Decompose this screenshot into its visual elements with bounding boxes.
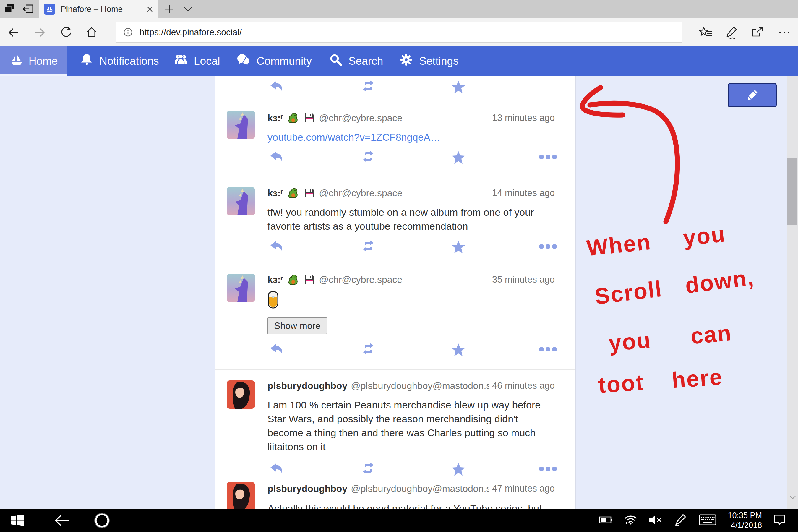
nav-tab-notifications[interactable]: Notifications	[80, 46, 159, 76]
close-tab-icon[interactable]	[146, 6, 153, 13]
back-icon[interactable]	[6, 25, 21, 40]
avatar[interactable]	[227, 111, 255, 139]
account-handle[interactable]: @chr@cybre.space	[319, 188, 402, 198]
boost-icon[interactable]	[361, 343, 375, 355]
account-handle[interactable]: @chr@cybre.space	[319, 113, 402, 124]
display-name[interactable]: kз:ʳ	[267, 113, 283, 124]
windows-start-icon[interactable]	[8, 509, 26, 532]
floppy-disk-emoji	[304, 113, 315, 123]
gear-icon	[399, 53, 413, 70]
display-name[interactable]: plsburydoughboy	[267, 380, 347, 391]
page-content: kз:ʳ @chr@cybre.space 13 minutes ago you…	[0, 76, 798, 509]
wifi-icon[interactable]	[624, 515, 637, 526]
touch-keyboard-icon[interactable]	[699, 514, 717, 527]
reply-icon[interactable]	[270, 343, 284, 356]
browser-tab[interactable]: Pinafore – Home	[39, 0, 157, 18]
timestamp[interactable]: 14 minutes ago	[492, 188, 555, 198]
svg-text:Scroll down,: Scroll down,	[593, 265, 756, 309]
favorite-star-icon[interactable]	[451, 80, 466, 94]
toot-body: Actually this would be good material for…	[267, 501, 555, 509]
tab-list-chevron-icon[interactable]	[183, 6, 193, 14]
timestamp[interactable]: 35 minutes ago	[492, 274, 555, 285]
magnifier-icon	[329, 53, 343, 69]
nav-label: Home	[28, 55, 58, 68]
new-tab-icon[interactable]	[164, 4, 174, 15]
show-more-button[interactable]: Show more	[267, 318, 327, 334]
avatar[interactable]	[227, 274, 255, 302]
nav-tab-home[interactable]: Home	[0, 46, 68, 76]
nav-tab-local[interactable]: Local	[174, 46, 220, 76]
avatar[interactable]	[227, 482, 255, 509]
tabs-set-aside-icon[interactable]	[3, 3, 17, 15]
scrollbar-thumb[interactable]	[787, 158, 797, 225]
pencil-icon	[745, 88, 759, 102]
share-icon[interactable]	[751, 25, 765, 40]
display-name[interactable]: kз:ʳ	[267, 188, 283, 198]
battery-icon[interactable]	[600, 516, 613, 525]
dragon-emoji	[287, 187, 299, 198]
account-handle[interactable]: @plsburydoughboy@mastodon.s…	[351, 380, 489, 391]
favorite-star-icon[interactable]	[451, 240, 466, 254]
toot-body: tfw! you randomly stumble on a new album…	[267, 205, 551, 233]
nav-tab-community[interactable]: Community	[236, 46, 312, 76]
display-name[interactable]: kз:ʳ	[267, 274, 283, 285]
info-icon[interactable]	[123, 27, 133, 37]
timestamp[interactable]: 46 minutes ago	[492, 380, 555, 391]
browser-toolbar: https://dev.pinafore.social/	[0, 18, 798, 46]
nav-tab-search[interactable]: Search	[329, 46, 383, 76]
avatar[interactable]	[227, 187, 255, 215]
pen-icon[interactable]	[674, 513, 687, 528]
red-arrow	[583, 88, 678, 222]
url-bar[interactable]: https://dev.pinafore.social/	[116, 22, 682, 42]
ellipsis-icon[interactable]	[539, 154, 558, 160]
windows-taskbar: 10:35 PM 4/1/2018	[0, 509, 798, 532]
ellipsis-icon[interactable]	[539, 244, 558, 250]
more-icon[interactable]	[777, 25, 792, 40]
url-text[interactable]: https://dev.pinafore.social/	[139, 27, 242, 37]
home-icon[interactable]	[84, 25, 99, 40]
red-handwriting: When you Scroll down, you can toot here	[586, 221, 756, 398]
dragon-emoji	[287, 274, 299, 285]
avatar[interactable]	[227, 380, 255, 409]
scrollbar[interactable]	[787, 76, 798, 509]
back-arrow-icon[interactable]	[50, 509, 74, 532]
reply-icon[interactable]	[270, 240, 284, 253]
favorite-star-icon[interactable]	[451, 343, 466, 357]
boost-icon[interactable]	[361, 240, 375, 252]
hub-favorites-icon[interactable]	[699, 25, 713, 40]
ellipsis-icon[interactable]	[539, 347, 558, 353]
reply-icon[interactable]	[270, 80, 284, 93]
cortana-icon[interactable]	[92, 509, 112, 532]
set-tabs-aside-icon[interactable]	[21, 3, 35, 15]
nav-label: Notifications	[99, 55, 159, 68]
action-center-icon[interactable]	[773, 514, 786, 527]
display-name[interactable]: plsburydoughboy	[267, 483, 347, 494]
scrollbar-down-chevron-icon[interactable]	[789, 495, 796, 501]
sailboat-icon	[10, 53, 24, 70]
tab-title: Pinafore – Home	[61, 4, 142, 14]
compose-toot-button[interactable]	[728, 83, 777, 107]
account-handle[interactable]: @plsburydoughboy@mastodon.s…	[351, 483, 489, 494]
forward-icon[interactable]	[33, 25, 47, 40]
account-handle[interactable]: @chr@cybre.space	[319, 274, 402, 285]
speaker-muted-icon[interactable]	[648, 514, 663, 527]
timestamp[interactable]: 47 minutes ago	[492, 483, 555, 494]
refresh-icon[interactable]	[59, 25, 73, 40]
boost-icon[interactable]	[361, 80, 375, 92]
post: plsburydoughboy @plsburydoughboy@mastodo…	[215, 472, 575, 509]
timestamp[interactable]: 13 minutes ago	[492, 113, 555, 123]
clock[interactable]: 10:35 PM 4/1/2018	[728, 511, 762, 530]
toot-link[interactable]: youtube.com/watch?v=1ZCF8ngqeA…	[267, 132, 440, 143]
clock-date: 4/1/2018	[728, 520, 762, 530]
reply-icon[interactable]	[270, 151, 284, 164]
ellipsis-icon[interactable]	[539, 466, 558, 472]
svg-text:you can: you can	[608, 320, 733, 356]
post: kз:ʳ @chr@cybre.space 14 minutes ago tfw…	[215, 178, 575, 265]
screen: Pinafore – Home https://de	[0, 0, 798, 532]
chat-bubbles-icon	[236, 53, 251, 69]
favorite-star-icon[interactable]	[451, 151, 466, 164]
nav-label: Search	[348, 55, 383, 68]
boost-icon[interactable]	[361, 151, 375, 163]
nav-tab-settings[interactable]: Settings	[399, 46, 459, 76]
web-note-icon[interactable]	[725, 25, 739, 40]
